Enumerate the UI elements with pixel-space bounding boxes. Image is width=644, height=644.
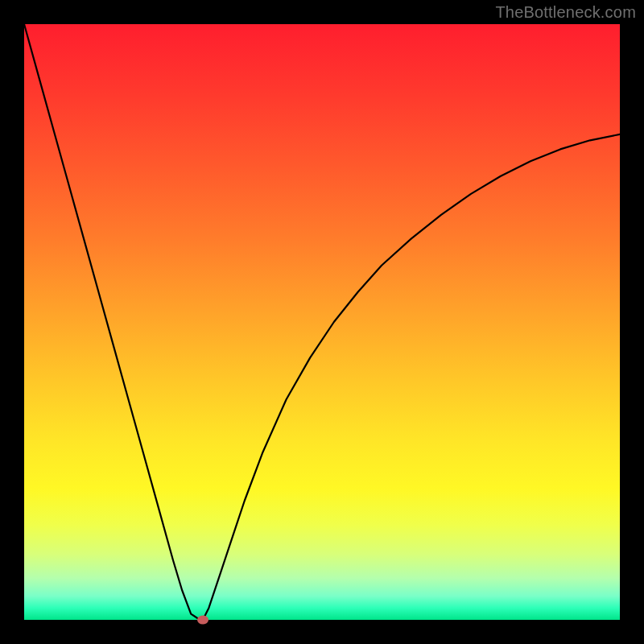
chart-plot-area [24, 24, 620, 620]
frame: TheBottleneck.com [0, 0, 644, 644]
optimum-marker [197, 616, 208, 625]
bottleneck-curve [24, 24, 620, 620]
watermark-text: TheBottleneck.com [495, 3, 636, 22]
